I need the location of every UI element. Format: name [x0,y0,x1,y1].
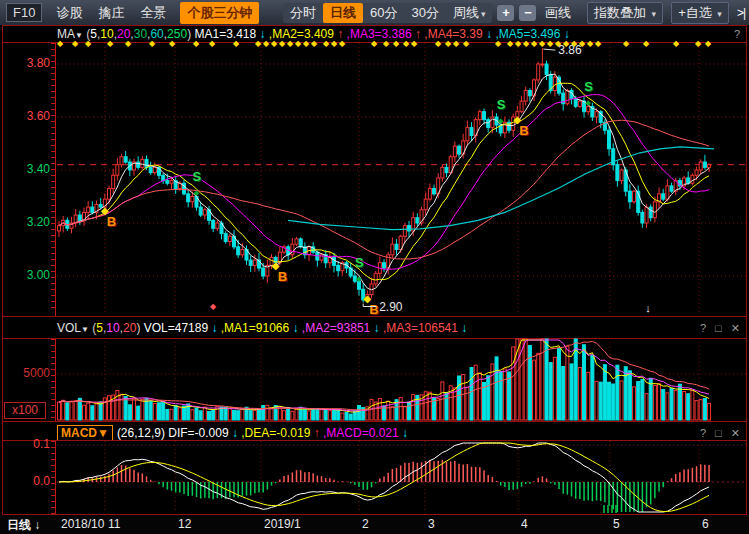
svg-text:B: B [278,269,287,284]
svg-text:◆: ◆ [295,39,302,48]
x-axis-label: 2 [362,517,369,531]
svg-text:◆: ◆ [445,39,452,48]
svg-text:S: S [193,169,202,184]
svg-text:◆: ◆ [531,39,538,48]
svg-text:◆: ◆ [383,39,390,48]
svg-text:B: B [107,214,116,229]
svg-text:◆: ◆ [411,39,418,48]
svg-text:◆: ◆ [233,39,240,48]
svg-text:◆: ◆ [463,39,470,48]
svg-text:◆: ◆ [643,39,650,48]
svg-text:◆: ◆ [209,39,216,48]
svg-text:◆: ◆ [695,39,702,48]
svg-text:◆: ◆ [210,302,217,311]
x-axis-label: 11 [108,517,120,531]
svg-text:◆: ◆ [255,39,262,48]
stock-app-window: { "toolbar": { "left_items": ["F10", "诊股… [0,0,749,534]
svg-text:◆: ◆ [169,39,176,48]
svg-text:◆: ◆ [673,39,680,48]
x-axis-label: 4 [521,517,528,531]
svg-text:S: S [355,255,364,270]
svg-text:B: B [519,123,528,138]
x-axis-label: 6 [702,517,709,531]
svg-text:◆: ◆ [263,39,270,48]
svg-text:◆: ◆ [595,39,602,48]
svg-text:◆: ◆ [403,39,410,48]
svg-text:2.90: 2.90 [379,300,403,314]
svg-text:◆: ◆ [587,39,594,48]
svg-text:◆: ◆ [287,39,294,48]
x-axis-label: 5 [613,517,620,531]
svg-text:◆: ◆ [311,39,318,48]
price-axis-label: 3.00 [2,269,50,282]
svg-text:◆: ◆ [125,39,132,48]
x-axis-label: 12 [178,517,191,531]
svg-text:◆: ◆ [515,39,522,48]
price-axis-label: 3.20 [2,216,50,229]
svg-text:◆: ◆ [149,39,156,48]
macd-axis-label: 0.1 [2,438,50,451]
svg-text:◆: ◆ [72,39,79,48]
svg-text:◆: ◆ [271,39,278,48]
svg-text:◆: ◆ [498,117,504,124]
svg-text:◆: ◆ [495,39,502,48]
svg-text:◆: ◆ [393,39,400,48]
svg-text:◆: ◆ [453,39,460,48]
svg-text:◆: ◆ [331,39,338,48]
svg-text:◆: ◆ [193,39,200,48]
x-axis-label: 2018/10 [61,517,104,531]
macd-axis-label: 0.0 [2,475,50,488]
svg-text:◆: ◆ [523,39,530,48]
svg-text:S: S [497,97,506,112]
svg-text:◆: ◆ [435,39,442,48]
price-axis-label: 3.40 [2,163,50,176]
svg-text:◆: ◆ [107,39,114,48]
svg-text:◆: ◆ [507,39,514,48]
price-axis-label: 3.80 [2,57,50,70]
svg-text:◆: ◆ [586,99,592,106]
x-axis-label: 3 [428,517,435,531]
svg-text:◆: ◆ [85,39,92,48]
volume-axis-label: 5000 [2,367,50,380]
svg-text:◆: ◆ [371,39,378,48]
svg-text:◆: ◆ [623,39,630,48]
x-axis-label: 2019/1 [264,517,301,531]
svg-text:◆: ◆ [323,39,330,48]
svg-text:◆: ◆ [356,275,362,282]
svg-text:◆: ◆ [705,39,712,48]
svg-text:◆: ◆ [57,39,64,48]
svg-text:◆: ◆ [339,39,346,48]
svg-text:S: S [584,79,593,94]
chart-canvas[interactable]: ◆◆◆◆◆◆◆◆◆◆◆◆◆◆◆◆◆◆◆◆◆◆◆◆◆◆◆◆◆◆◆◆◆◆◆◆◆◆◆◆… [0,0,749,534]
svg-text:◆: ◆ [194,189,200,196]
svg-text:B: B [369,302,378,317]
svg-text:◆: ◆ [547,39,554,48]
svg-text:3.86: 3.86 [558,43,582,57]
svg-text:↓: ↓ [645,302,651,314]
svg-text:◆: ◆ [539,39,546,48]
price-axis-label: 3.60 [2,110,50,123]
svg-text:◆: ◆ [303,39,310,48]
svg-text:◆: ◆ [279,39,286,48]
